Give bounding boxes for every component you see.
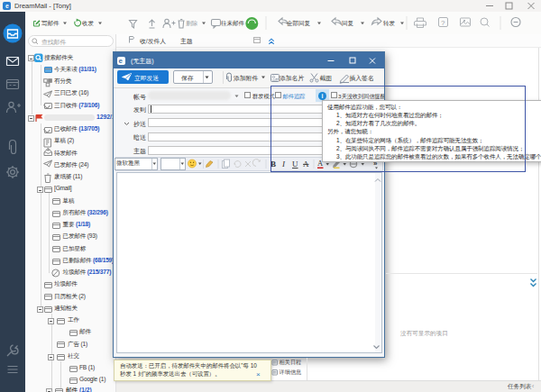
svg-text:?: ? — [441, 19, 445, 27]
